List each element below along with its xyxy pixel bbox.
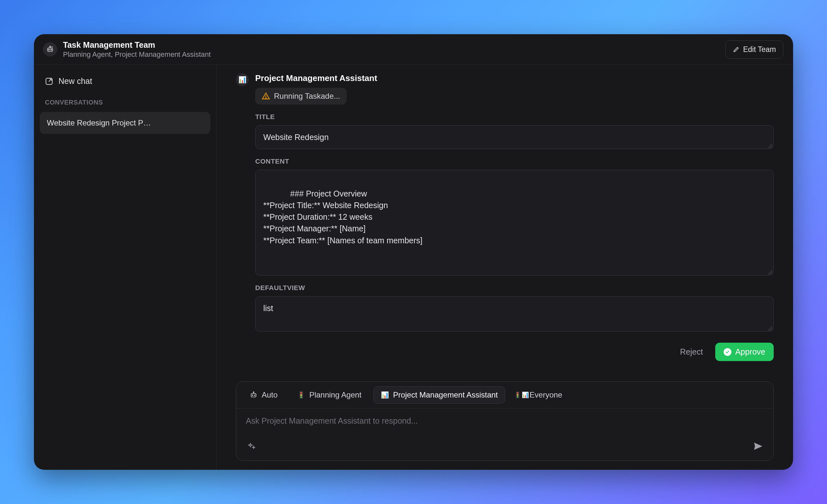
message-sender: Project Management Assistant — [255, 73, 774, 83]
svg-point-3 — [50, 46, 51, 47]
check-icon — [724, 348, 731, 356]
header: Task Management Team Planning Agent, Pro… — [34, 34, 793, 65]
title-value: Website Redesign — [263, 132, 329, 142]
defaultview-label: DEFAULTVIEW — [255, 284, 774, 292]
agent-tabs: Auto 🚦 Planning Agent 📊 Project Manageme… — [236, 382, 773, 408]
agent-tab-label: Everyone — [530, 390, 562, 399]
svg-point-9 — [253, 392, 254, 393]
approve-button[interactable]: Approve — [715, 343, 774, 361]
chart-icon: 📊 — [238, 76, 246, 83]
everyone-icon: 🚦📊 — [517, 391, 526, 399]
send-icon — [753, 441, 764, 452]
team-name: Task Management Team — [63, 40, 211, 50]
svg-point-1 — [48, 49, 49, 50]
agent-tab-label: Project Management Assistant — [393, 390, 498, 399]
defaultview-value: list — [263, 303, 273, 313]
send-button[interactable] — [753, 441, 764, 453]
approve-label: Approve — [735, 347, 765, 356]
composer-input[interactable] — [246, 416, 764, 426]
chart-icon: 📊 — [381, 391, 389, 399]
svg-point-2 — [51, 49, 52, 50]
composer-input-row — [236, 408, 773, 438]
assistant-message: 📊 Project Management Assistant Running T… — [236, 73, 774, 361]
robot-icon — [46, 45, 54, 54]
composer-bottom — [236, 438, 773, 460]
new-chat-icon — [45, 77, 53, 86]
sparkle-icon[interactable] — [248, 442, 255, 451]
team-subtitle: Planning Agent, Project Management Assis… — [63, 50, 211, 59]
robot-icon — [249, 391, 258, 399]
content-field[interactable]: ### Project Overview **Project Title:** … — [255, 170, 774, 276]
svg-point-7 — [252, 395, 253, 396]
conversations-label: CONVERSATIONS — [40, 99, 210, 106]
pencil-icon — [733, 46, 740, 53]
edit-team-button[interactable]: Edit Team — [725, 40, 783, 59]
status-pill: Running Taskade... — [255, 88, 347, 105]
body: New chat CONVERSATIONS Website Redesign … — [34, 65, 793, 470]
team-avatar — [43, 42, 57, 56]
content-label: CONTENT — [255, 158, 774, 165]
assistant-avatar: 📊 — [236, 73, 249, 86]
reject-button[interactable]: Reject — [674, 343, 710, 361]
svg-point-8 — [254, 395, 255, 396]
action-row: Reject Approve — [255, 343, 774, 361]
conversation-item[interactable]: Website Redesign Project P… — [40, 112, 210, 134]
composer: Auto 🚦 Planning Agent 📊 Project Manageme… — [236, 381, 774, 461]
message-body: Project Management Assistant Running Tas… — [255, 73, 774, 361]
new-chat-button[interactable]: New chat — [40, 73, 210, 90]
resize-handle-icon[interactable] — [768, 270, 772, 275]
main: 📊 Project Management Assistant Running T… — [216, 65, 793, 470]
agent-tab-planning[interactable]: 🚦 Planning Agent — [289, 386, 369, 404]
agent-tab-label: Planning Agent — [309, 390, 361, 399]
title-field[interactable]: Website Redesign — [255, 125, 774, 149]
svg-rect-6 — [251, 394, 256, 397]
warning-icon — [262, 92, 270, 100]
team-titles: Task Management Team Planning Agent, Pro… — [63, 40, 211, 59]
new-chat-label: New chat — [58, 76, 92, 86]
status-text: Running Taskade... — [274, 92, 340, 101]
agent-tab-auto[interactable]: Auto — [242, 386, 285, 404]
resize-handle-icon[interactable] — [768, 144, 772, 148]
svg-point-5 — [265, 98, 266, 98]
title-label: TITLE — [255, 113, 774, 121]
content-value: ### Project Overview **Project Title:** … — [263, 189, 423, 245]
agent-tab-everyone[interactable]: 🚦📊 Everyone — [510, 386, 570, 404]
header-left: Task Management Team Planning Agent, Pro… — [43, 40, 211, 59]
traffic-icon: 🚦 — [297, 391, 305, 399]
defaultview-field[interactable]: list — [255, 296, 774, 332]
agent-tab-label: Auto — [262, 390, 278, 399]
sidebar: New chat CONVERSATIONS Website Redesign … — [34, 65, 216, 470]
edit-team-label: Edit Team — [743, 45, 776, 54]
app-window: Task Management Team Planning Agent, Pro… — [34, 34, 793, 470]
resize-handle-icon[interactable] — [768, 326, 772, 331]
agent-tab-pm-assistant[interactable]: 📊 Project Management Assistant — [374, 386, 505, 404]
